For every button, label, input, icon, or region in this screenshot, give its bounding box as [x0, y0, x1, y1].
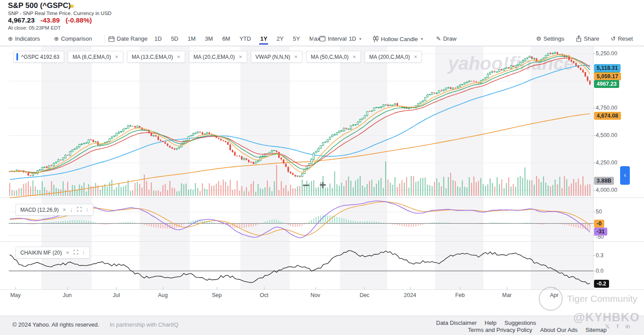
x-axis-label-feb: Feb [445, 292, 475, 298]
share-label: Share [584, 35, 599, 42]
interval-label: Interval [328, 35, 347, 42]
study-chip-2[interactable]: MA (20,C,EMA,0)× [189, 51, 247, 63]
range-button-5d[interactable]: 5D [171, 35, 179, 42]
x-axis-label-may: May [0, 292, 31, 298]
x-axis-label-jun: Jun [52, 292, 83, 298]
study-chip-4[interactable]: MA (50,C,MA,0)× [306, 51, 361, 63]
close-icon[interactable]: × [63, 206, 66, 213]
chaikin-chip[interactable]: CHAIKIN MF (20) × ↑ [15, 247, 90, 259]
settings-button[interactable]: ⚙ Settings [536, 35, 564, 42]
symbol-chip[interactable]: ^GSPC 4192.63 [13, 51, 64, 63]
linkedin-icon[interactable]: in [625, 323, 630, 330]
indicators-button[interactable]: ⊕ Indicators [8, 35, 40, 42]
interval-dropdown[interactable]: Interval 1D ▾ [319, 35, 361, 42]
facebook-icon[interactable]: f [617, 323, 618, 330]
draw-label: Draw [443, 35, 456, 42]
x-axis-label-aug: Aug [147, 292, 178, 298]
range-button-1y[interactable]: 1Y [260, 35, 267, 42]
expand-icon[interactable] [77, 206, 82, 213]
settings-label: Settings [544, 35, 564, 42]
close-icon[interactable]: × [177, 53, 180, 60]
x-axis-label-mar: Mar [491, 292, 522, 298]
yahoo-finance-chart-page: S&P 500 (^GSPC) ★ SNP - SNP Real Time Pr… [0, 0, 644, 335]
indicators-label: Indicators [15, 35, 40, 42]
study-chip-3[interactable]: VWAP (N,N,N)× [251, 51, 303, 63]
study-chip-label: MA (50,C,MA,0) [311, 54, 349, 60]
move-down-icon[interactable]: ↓ [70, 206, 73, 213]
interval-value: 1D [349, 35, 356, 42]
footer-link-help[interactable]: Help [485, 320, 497, 326]
last-price-axis-badge: 4967.23 [594, 80, 619, 88]
move-up-icon[interactable]: ↑ [82, 249, 85, 256]
footer-link-suggestions[interactable]: Suggestions [505, 320, 537, 326]
study-chip-label: MA (8,C,EMA,0) [73, 54, 111, 60]
partnership-text: In partnership with ChartIQ [110, 321, 178, 328]
close-icon[interactable]: × [294, 53, 298, 60]
macd-signal-badge: -0 [594, 220, 604, 228]
chevron-down-icon: ▾ [359, 37, 361, 41]
study-chip-0[interactable]: MA (8,C,EMA,0)× [68, 51, 123, 63]
copyright-text: © 2024 Yahoo. All rights reserved. [12, 321, 99, 328]
expand-icon[interactable] [73, 249, 78, 256]
range-button-6m[interactable]: 6M [222, 35, 230, 42]
close-icon[interactable]: × [239, 53, 242, 60]
close-icon[interactable]: × [115, 53, 119, 60]
collapse-axis-panel-button[interactable]: ‹ [620, 166, 630, 185]
reset-icon: ↺ [611, 35, 616, 42]
footer-social-icons: 𝕏fin [605, 323, 630, 330]
footer-link-sitemap[interactable]: Sitemap [586, 327, 607, 333]
footer-links-row1: Data DisclaimerHelpSuggestions [436, 320, 536, 326]
circle-plus-icon: ⊕ [54, 35, 59, 42]
favorite-star-icon[interactable]: ★ [69, 2, 75, 10]
range-button-5y[interactable]: 5Y [293, 35, 300, 42]
price-tick-2: 4,750.00 [596, 105, 617, 111]
comparison-label: Comparison [61, 35, 92, 42]
close-icon[interactable]: × [353, 53, 356, 60]
price-change: -43.89 [40, 16, 60, 24]
range-button-2y[interactable]: 2Y [276, 35, 284, 42]
macd-chip-label: MACD (12,26,9) [20, 207, 59, 213]
move-up-icon[interactable]: ↑ [86, 206, 89, 213]
chaikin-tick-high: 0.3 [596, 252, 603, 259]
reset-button[interactable]: ↺ Reset [611, 35, 633, 42]
footer-link-about-our-ads[interactable]: About Our Ads [540, 327, 578, 333]
price-row: 4,967.23 -43.89 (-0.88%) [8, 16, 92, 24]
last-price: 4,967.23 [8, 16, 34, 24]
range-button-1m[interactable]: 1M [188, 35, 196, 42]
close-icon[interactable]: × [66, 249, 69, 256]
study-chip-5[interactable]: MA (200,C,MA,0)× [364, 51, 422, 63]
at-close-label: At close: 05:23PM EDT [8, 25, 61, 30]
x-axis-label-nov: Nov [300, 292, 331, 298]
footer-link-data-disclaimer[interactable]: Data Disclaimer [436, 320, 477, 326]
study-chip-label: VWAP (N,N,N) [256, 54, 291, 60]
range-button-1d[interactable]: 1D [154, 35, 162, 42]
price-legend-row: ^GSPC 4192.63 MA (8,C,EMA,0)×MA (13,C,EM… [13, 51, 422, 63]
pencil-icon: ✎ [436, 35, 441, 42]
x-icon[interactable]: 𝕏 [605, 323, 610, 330]
range-button-ytd[interactable]: YTD [239, 35, 251, 42]
macd-chip[interactable]: MACD (12,26,9) × ↓ ↑ [15, 204, 93, 216]
study-chip-label: MA (20,C,EMA,0) [194, 54, 235, 60]
chart-canvas[interactable] [0, 42, 644, 292]
gear-icon: ⚙ [536, 35, 541, 42]
price-subtitle: SNP - SNP Real Time Price. Currency in U… [8, 11, 111, 16]
macd-line-badge: -31 [594, 228, 607, 236]
range-button-max[interactable]: Max [309, 35, 320, 42]
comparison-button[interactable]: ⊕ Comparison [54, 35, 92, 42]
chaikin-tick-zero: 0.0 [596, 268, 603, 274]
date-range-button[interactable]: Date Range [108, 35, 147, 42]
x-axis-label-apr: Apr [539, 292, 570, 298]
macd-legend-row: MACD (12,26,9) × ↓ ↑ [15, 204, 93, 216]
share-icon [576, 35, 582, 42]
symbol-color-bar [16, 53, 18, 61]
study-chip-1[interactable]: MA (13,C,EMA,0)× [127, 51, 185, 63]
share-button[interactable]: Share [576, 35, 599, 42]
macd-tick-high: 50 [596, 209, 602, 215]
close-icon[interactable]: × [414, 53, 418, 60]
zoom-in-button[interactable]: + [316, 179, 330, 193]
draw-button[interactable]: ✎ Draw [436, 35, 456, 42]
x-axis: MayJunJulAugSepOctNovDec2024FebMarApr [0, 292, 644, 300]
zoom-out-button[interactable]: − [299, 179, 313, 193]
footer-link-terms-and-privacy-policy[interactable]: Terms and Privacy Policy [468, 327, 532, 333]
range-button-3m[interactable]: 3M [205, 35, 213, 42]
